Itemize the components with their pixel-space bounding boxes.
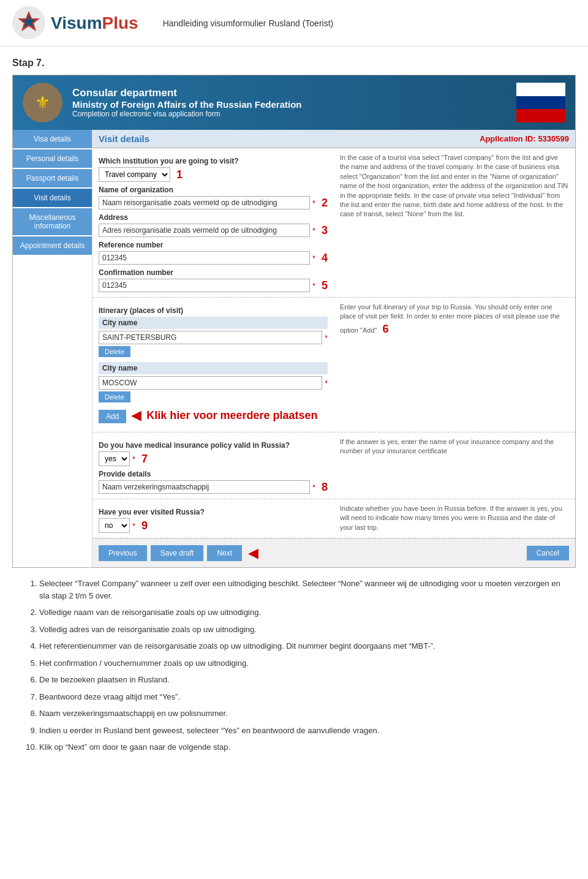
institution-section: Which institution you are going to visit… xyxy=(92,148,575,298)
flag-red-stripe xyxy=(516,109,565,123)
logo-area: VisumPlus xyxy=(12,6,138,40)
instructions: Selecteer “Travel Company” wanneer u zel… xyxy=(12,568,576,768)
cancel-button[interactable]: Cancel xyxy=(527,546,569,560)
address-input-row: * 3 xyxy=(99,224,328,237)
instructions-list: Selecteer “Travel Company” wanneer u zel… xyxy=(24,578,564,753)
plus-text: Plus xyxy=(102,13,138,32)
confirm-input-row: * 5 xyxy=(99,279,328,292)
req-star-3: * xyxy=(312,226,315,235)
itinerary-row: Itinerary (places of visit) City name * … xyxy=(99,303,569,427)
org-name-input[interactable] xyxy=(99,196,310,209)
visited-select[interactable]: no yes xyxy=(99,518,130,533)
itinerary-hint: Enter your full itinerary of your trip t… xyxy=(334,303,569,427)
req-star-ins: * xyxy=(132,455,135,464)
visited-left: Have you ever visited Russia? no yes * 9 xyxy=(99,504,328,533)
add-annotation-text: Klik hier voor meerdere plaatsen xyxy=(146,409,317,422)
req-star-2: * xyxy=(312,198,315,208)
instruction-item-8: Naam verzekeringsmaatschappij en uw poli… xyxy=(39,707,564,720)
instruction-item-2: Volledige naam van de reisorganisatie zo… xyxy=(39,606,564,619)
banner-dept: Consular department xyxy=(72,87,301,99)
instruction-item-9: Indien u eerder in Rusland bent geweest,… xyxy=(39,725,564,737)
req-star-provide: * xyxy=(312,483,315,492)
city2-label: City name xyxy=(99,362,328,374)
previous-button[interactable]: Previous xyxy=(99,545,147,561)
req-star-city2: * xyxy=(325,379,328,388)
instruction-item-1: Selecteer “Travel Company” wanneer u zel… xyxy=(39,578,564,602)
city1-input-row: * xyxy=(99,331,328,344)
badge-1: 1 xyxy=(176,168,183,181)
itinerary-section: Itinerary (places of visit) City name * … xyxy=(92,298,575,432)
instruction-item-10: Klik op “Next” om door te gaan naar de v… xyxy=(39,741,564,753)
page-header: VisumPlus Handleiding visumformulier Rus… xyxy=(0,0,588,47)
add-city-button[interactable]: Add xyxy=(99,410,126,423)
itinerary-left: Itinerary (places of visit) City name * … xyxy=(99,303,328,427)
badge-7: 7 xyxy=(141,453,148,466)
badge-8: 8 xyxy=(322,481,328,494)
ref-input[interactable] xyxy=(99,251,310,265)
ref-label: Reference number xyxy=(99,241,328,249)
insurance-select[interactable]: yes no xyxy=(99,451,130,466)
itinerary-hint-text: Enter your full itinerary of your trip t… xyxy=(340,303,560,334)
provide-input[interactable] xyxy=(99,480,310,494)
insurance-row: Do you have medical insurance policy val… xyxy=(99,437,569,494)
req-star-4: * xyxy=(312,254,315,263)
provide-label: Provide details xyxy=(99,470,328,478)
sidebar-item-visit[interactable]: Visit details xyxy=(13,189,92,207)
city2-input-row: * xyxy=(99,376,328,390)
application-id: Application ID: 5330599 xyxy=(480,134,569,143)
form-content: Visit details Application ID: 5330599 Wh… xyxy=(92,130,575,567)
next-arrow-icon: ◀ xyxy=(248,545,258,561)
city-block-1: City name * Delete xyxy=(99,317,328,357)
city1-label: City name xyxy=(99,317,328,329)
itinerary-label: Itinerary (places of visit) xyxy=(99,306,328,315)
delete-city2-button[interactable]: Delete xyxy=(99,391,130,402)
sidebar-item-appt[interactable]: Appointment details xyxy=(13,236,92,255)
visited-hint: Indicate whether you have been in Russia… xyxy=(334,504,569,533)
institution-left: Which institution you are going to visit… xyxy=(99,153,328,292)
org-name-label: Name of organization xyxy=(99,186,328,194)
institution-label: Which institution you are going to visit… xyxy=(99,157,328,165)
city2-input[interactable] xyxy=(99,376,322,390)
badge-3: 3 xyxy=(322,224,328,237)
logo-icon xyxy=(12,6,46,40)
confirm-label: Confirmation number xyxy=(99,268,328,277)
org-name-input-row: * 2 xyxy=(99,196,328,209)
delete-city1-button[interactable]: Delete xyxy=(99,346,130,357)
consular-banner: ⚜ Consular department Ministry of Foreig… xyxy=(13,75,575,130)
req-star-city1: * xyxy=(325,333,328,342)
step-heading: Stap 7. xyxy=(0,47,588,75)
sidebar-item-personal[interactable]: Personal details xyxy=(13,149,92,168)
city-block-2: City name * Delete xyxy=(99,362,328,402)
nav-buttons: Previous Save draft Next ◀ Cancel xyxy=(92,538,575,567)
address-input[interactable] xyxy=(99,224,310,237)
instruction-item-5: Het confirmation / vouchernummer zoals o… xyxy=(39,657,564,670)
institution-select[interactable]: Travel company xyxy=(99,167,170,182)
application-id-label: Application ID: xyxy=(480,134,536,143)
next-button[interactable]: Next xyxy=(207,545,242,561)
instruction-item-6: De te bezoeken plaatsen in Rusland. xyxy=(39,674,564,686)
sidebar-item-visa[interactable]: Visa details xyxy=(13,130,92,148)
arrow-icon: ◀ xyxy=(131,407,141,423)
address-label: Address xyxy=(99,213,328,222)
banner-subtitle: Completion of electronic visa applicatio… xyxy=(72,110,301,118)
confirm-input[interactable] xyxy=(99,279,310,292)
flag-blue-stripe xyxy=(516,96,565,110)
institution-row: Which institution you are going to visit… xyxy=(99,153,569,292)
nav-left-buttons: Previous Save draft Next ◀ xyxy=(99,545,258,561)
instruction-item-4: Het referentienummer van de reisorganisa… xyxy=(39,640,564,652)
banner-ministry: Ministry of Foreign Affairs of the Russi… xyxy=(72,99,301,110)
banner-text: Consular department Ministry of Foreign … xyxy=(72,87,301,118)
insurance-input-row: yes no * 7 xyxy=(99,451,328,466)
visum-text: Visum xyxy=(51,13,102,32)
sidebar-item-passport[interactable]: Passport details xyxy=(13,169,92,187)
badge-2: 2 xyxy=(322,197,328,209)
main-container: ⚜ Consular department Ministry of Foreig… xyxy=(0,75,588,780)
instruction-item-7: Beantwoord deze vraag altijd met “Yes”. xyxy=(39,691,564,703)
save-draft-button[interactable]: Save draft xyxy=(151,545,204,561)
provide-input-row: * 8 xyxy=(99,480,328,494)
city1-input[interactable] xyxy=(99,331,322,344)
form-header: Visit details Application ID: 5330599 xyxy=(92,130,575,148)
sidebar-item-misc[interactable]: Miscellaneous information xyxy=(13,208,92,235)
insurance-hint: If the answer is yes, enter the name of … xyxy=(334,437,569,494)
visited-label: Have you ever visited Russia? xyxy=(99,508,328,516)
